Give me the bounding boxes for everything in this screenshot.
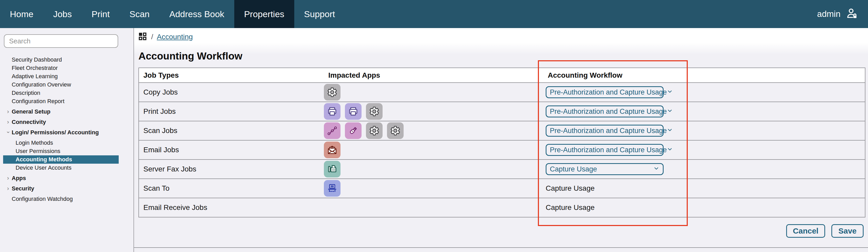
- nav-tab-properties[interactable]: Properties: [234, 0, 294, 28]
- column-header-accounting-workflow: Accounting Workflow: [544, 71, 865, 80]
- job-type-label: Print Jobs: [139, 107, 324, 116]
- sidebar-nav-list: Security DashboardFleet OrchestratorAdap…: [0, 56, 119, 203]
- sidebar-item-label: Security: [12, 185, 34, 192]
- impacted-apps-cell: [324, 103, 544, 120]
- accounting-workflow-cell: Pre-Authorization and Capture Usage: [544, 105, 865, 118]
- sidebar-item-configuration-report[interactable]: Configuration Report: [3, 97, 119, 105]
- sidebar-item-user-permissions[interactable]: User Permissions: [3, 147, 119, 155]
- sidebar-item-accounting-methods[interactable]: Accounting Methods: [3, 155, 119, 164]
- chevron-down-icon: [667, 88, 673, 96]
- sidebar-item-label: User Permissions: [16, 148, 60, 154]
- table-row-email-jobs: Email JobsPre-Authorization and Capture …: [139, 140, 865, 159]
- sidebar-item-label: Connectivity: [12, 119, 46, 125]
- gear-icon: [366, 122, 382, 139]
- table-row-copy-jobs: Copy JobsPre-Authorization and Capture U…: [139, 82, 865, 102]
- job-type-label: Scan Jobs: [139, 127, 324, 135]
- sidebar-item-label: Login Methods: [16, 139, 53, 146]
- nav-spacer: [345, 0, 817, 28]
- breadcrumb-bar: [134, 28, 868, 55]
- accounting-workflow-select[interactable]: Pre-Authorization and Capture Usage: [546, 105, 663, 118]
- job-type-label: Scan To: [139, 184, 324, 192]
- breadcrumb-link-accounting[interactable]: Accounting: [157, 33, 193, 41]
- sidebar-item-label: Adaptive Learning: [12, 73, 58, 80]
- impacted-apps-cell: [324, 141, 544, 158]
- sidebar-item-label: Configuration Report: [12, 98, 64, 104]
- user-area[interactable]: admin: [817, 0, 858, 28]
- sidebar-item-device-user-accounts[interactable]: Device User Accounts: [3, 164, 119, 172]
- chevron-right-icon[interactable]: ›: [5, 174, 11, 182]
- sidebar-item-configuration-watchdog[interactable]: Configuration Watchdog: [3, 195, 119, 203]
- table-header-row: Job Types Impacted Apps Accounting Workf…: [139, 68, 865, 82]
- sidebar-item-label: Configuration Watchdog: [12, 196, 73, 202]
- app-window: HomeJobsPrintScanAddress BookPropertiesS…: [0, 0, 868, 252]
- nav-tab-home[interactable]: Home: [0, 0, 43, 28]
- table-row-server-fax-jobs: Server Fax JobsCapture Usage: [139, 159, 865, 179]
- person-lock-icon[interactable]: [846, 7, 858, 21]
- nav-tab-support[interactable]: Support: [294, 0, 345, 28]
- chevron-right-icon[interactable]: ›: [5, 107, 11, 116]
- top-nav: HomeJobsPrintScanAddress BookPropertiesS…: [0, 0, 868, 28]
- grid-icon[interactable]: [138, 31, 148, 42]
- accounting-workflow-cell: Capture Usage: [544, 184, 865, 192]
- sidebar-item-general-setup[interactable]: ›General Setup: [3, 107, 119, 116]
- workflow-static-value: Capture Usage: [546, 184, 594, 192]
- gear-icon: [387, 122, 404, 139]
- sidebar-item-label: Fleet Orchestrator: [12, 65, 58, 71]
- cancel-button[interactable]: Cancel: [786, 224, 825, 238]
- impacted-apps-cell: [324, 161, 544, 178]
- breadcrumb: / Accounting: [138, 31, 193, 42]
- breadcrumb-separator: /: [151, 33, 153, 41]
- nav-tab-print[interactable]: Print: [82, 0, 120, 28]
- sidebar-item-adaptive-learning[interactable]: Adaptive Learning: [3, 72, 119, 81]
- column-header-impacted-apps: Impacted Apps: [324, 71, 544, 80]
- accounting-workflow-select[interactable]: Capture Usage: [546, 163, 663, 175]
- table-row-email-receive-jobs: Email Receive JobsCapture Usage: [139, 198, 865, 217]
- chevron-right-icon[interactable]: ›: [5, 118, 11, 126]
- sidebar-item-connectivity[interactable]: ›Connectivity: [3, 118, 119, 126]
- sidebar-item-security[interactable]: ›Security: [3, 185, 119, 193]
- selected-workflow-value: Pre-Authorization and Capture Usage: [550, 107, 667, 116]
- nav-tab-scan[interactable]: Scan: [120, 0, 159, 28]
- sidebar: Security DashboardFleet OrchestratorAdap…: [0, 28, 134, 252]
- job-type-label: Copy Jobs: [139, 88, 324, 96]
- chevron-down-icon[interactable]: ›: [4, 129, 12, 135]
- page-title: Accounting Workflow: [138, 51, 242, 62]
- fax-icon: [324, 161, 341, 178]
- sidebar-item-fleet-orchestrator[interactable]: Fleet Orchestrator: [3, 64, 119, 72]
- sidebar-item-security-dashboard[interactable]: Security Dashboard: [3, 56, 119, 64]
- sidebar-item-configuration-overview[interactable]: Configuration Overview: [3, 81, 119, 89]
- accounting-workflow-select[interactable]: Pre-Authorization and Capture Usage: [546, 86, 663, 98]
- accounting-workflow-cell: Pre-Authorization and Capture Usage: [544, 86, 865, 98]
- top-nav-tabs: HomeJobsPrintScanAddress BookPropertiesS…: [0, 0, 345, 28]
- sidebar-item-description[interactable]: Description: [3, 89, 119, 97]
- job-type-label: Email Jobs: [139, 146, 324, 154]
- footer-divider: [134, 247, 868, 248]
- table-body: Copy JobsPre-Authorization and Capture U…: [139, 82, 865, 217]
- impacted-apps-cell: [324, 180, 544, 197]
- selected-workflow-value: Pre-Authorization and Capture Usage: [550, 88, 667, 96]
- sidebar-item-label: Security Dashboard: [12, 56, 62, 63]
- sidebar-item-apps[interactable]: ›Apps: [3, 174, 119, 182]
- chevron-down-icon: [667, 107, 673, 116]
- nav-tab-address-book[interactable]: Address Book: [159, 0, 234, 28]
- selected-workflow-value: Capture Usage: [550, 165, 597, 173]
- search-input[interactable]: [4, 34, 118, 48]
- gear-icon: [366, 103, 382, 120]
- chevron-right-icon[interactable]: ›: [5, 185, 11, 193]
- save-button[interactable]: Save: [831, 224, 864, 238]
- table-row-scan-to: Scan ToCapture Usage: [139, 179, 865, 198]
- sidebar-item-label: Login/ Permissions/ Accounting: [12, 129, 99, 136]
- sidebar-item-login-methods[interactable]: Login Methods: [3, 139, 119, 147]
- nav-tab-jobs[interactable]: Jobs: [43, 0, 82, 28]
- accounting-workflow-cell: Capture Usage: [544, 163, 865, 175]
- accounting-workflow-cell: Pre-Authorization and Capture Usage: [544, 144, 865, 156]
- accounting-workflow-cell: Capture Usage: [544, 203, 865, 212]
- gear-icon: [324, 84, 341, 100]
- sidebar-item-login-permissions-accounting[interactable]: ›Login/ Permissions/ Accounting: [3, 128, 119, 137]
- accounting-workflow-select[interactable]: Pre-Authorization and Capture Usage: [546, 144, 663, 156]
- scanner-icon: [324, 180, 341, 197]
- chevron-down-icon: [667, 127, 673, 135]
- table-row-scan-jobs: Scan JobsPre-Authorization and Capture U…: [139, 121, 865, 140]
- column-header-job-types: Job Types: [139, 71, 324, 80]
- accounting-workflow-select[interactable]: Pre-Authorization and Capture Usage: [546, 125, 663, 137]
